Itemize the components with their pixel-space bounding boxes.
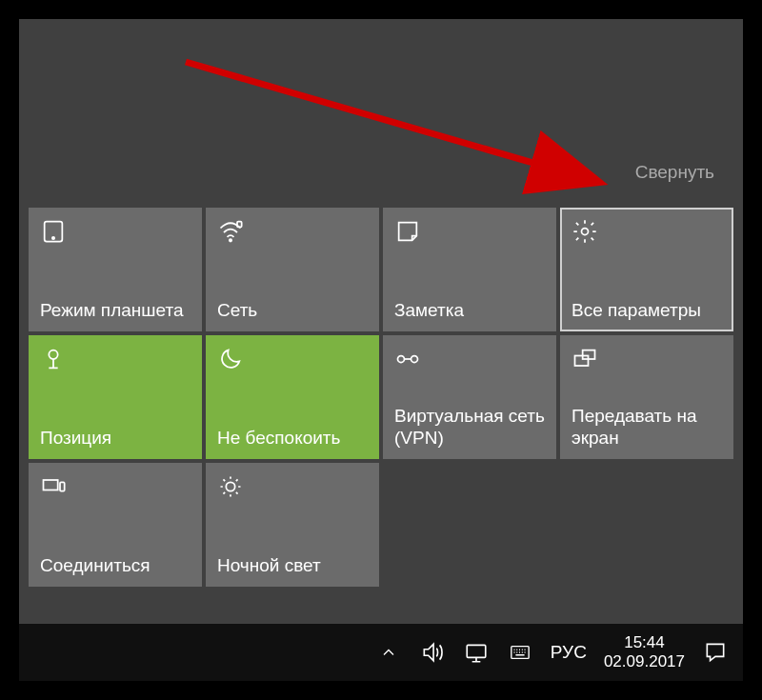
tile-label: Позиция bbox=[40, 428, 190, 450]
tile-label: Заметка bbox=[394, 300, 545, 322]
tile-label: Виртуальная сеть (VPN) bbox=[394, 406, 545, 450]
svg-point-5 bbox=[49, 350, 57, 359]
svg-rect-13 bbox=[467, 645, 486, 657]
tile-all-settings[interactable]: Все параметры bbox=[560, 208, 733, 331]
action-center-tray-icon[interactable] bbox=[702, 639, 729, 666]
note-icon bbox=[394, 217, 423, 246]
tile-tablet-mode[interactable]: Режим планшета bbox=[29, 208, 202, 331]
svg-point-1 bbox=[52, 237, 54, 239]
svg-rect-10 bbox=[44, 480, 58, 490]
gear-icon bbox=[572, 217, 600, 246]
tile-label: Ночной свет bbox=[217, 555, 368, 577]
tile-label: Все параметры bbox=[572, 300, 722, 322]
svg-point-12 bbox=[226, 482, 234, 490]
tile-label: Режим планшета bbox=[40, 300, 190, 322]
collapse-button[interactable]: Свернуть bbox=[635, 162, 714, 183]
project-icon bbox=[572, 345, 600, 373]
svg-point-2 bbox=[230, 239, 231, 241]
connect-icon bbox=[40, 472, 69, 501]
quick-action-tiles: Режим планшетаСетьЗаметкаВсе параметрыПо… bbox=[29, 208, 733, 587]
svg-point-4 bbox=[582, 229, 589, 235]
svg-rect-8 bbox=[575, 356, 589, 367]
volume-icon[interactable] bbox=[419, 639, 446, 666]
location-icon bbox=[40, 345, 69, 373]
svg-point-7 bbox=[411, 356, 418, 363]
tile-quiet-hours[interactable]: Не беспокоить bbox=[206, 335, 379, 459]
tile-label: Не беспокоить bbox=[217, 428, 368, 450]
tile-night-light[interactable]: Ночной свет bbox=[206, 463, 379, 587]
tray-chevron-icon[interactable] bbox=[375, 639, 402, 666]
svg-rect-11 bbox=[60, 482, 65, 490]
vpn-icon bbox=[394, 345, 423, 373]
tile-label: Соединиться bbox=[40, 555, 190, 577]
tile-connect[interactable]: Соединиться bbox=[29, 463, 202, 587]
tile-project[interactable]: Передавать на экран bbox=[560, 335, 733, 459]
tile-label: Передавать на экран bbox=[572, 406, 722, 450]
wifi-icon bbox=[217, 217, 246, 246]
tile-network[interactable]: Сеть bbox=[206, 208, 379, 331]
clock-date: 02.09.2017 bbox=[604, 652, 685, 671]
network-tray-icon[interactable] bbox=[463, 639, 490, 666]
language-indicator[interactable]: РУС bbox=[551, 642, 587, 663]
night-light-icon bbox=[217, 472, 246, 501]
clock-time: 15:44 bbox=[604, 633, 685, 652]
tile-vpn[interactable]: Виртуальная сеть (VPN) bbox=[383, 335, 556, 459]
tile-note[interactable]: Заметка bbox=[383, 208, 556, 331]
moon-icon bbox=[217, 345, 246, 373]
tablet-icon bbox=[40, 217, 69, 246]
taskbar: РУС 15:44 02.09.2017 bbox=[19, 624, 743, 681]
tile-location[interactable]: Позиция bbox=[29, 335, 202, 459]
svg-point-6 bbox=[398, 356, 405, 363]
keyboard-tray-icon[interactable] bbox=[507, 639, 533, 666]
tile-label: Сеть bbox=[217, 300, 368, 322]
action-center-panel: Свернуть Режим планшетаСетьЗаметкаВсе па… bbox=[19, 19, 743, 681]
clock[interactable]: 15:44 02.09.2017 bbox=[604, 633, 685, 672]
